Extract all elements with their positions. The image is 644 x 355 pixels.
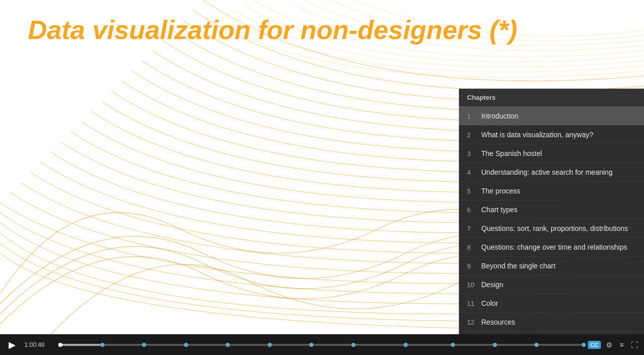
progress-dot-7[interactable] (351, 343, 355, 347)
chapter-number: 9 (467, 262, 481, 270)
chapter-item-9[interactable]: 9 Beyond the single chart (459, 257, 644, 275)
chapter-title: The process (481, 187, 520, 195)
chapter-title: Resources (481, 318, 515, 326)
chapter-title: The Spanish hostel (481, 149, 542, 157)
chapter-item-4[interactable]: 4 Understanding: active search for meani… (459, 163, 644, 182)
progress-dot-9[interactable] (451, 343, 455, 347)
chapter-item-5[interactable]: 5 The process (459, 182, 644, 201)
chapter-item-1[interactable]: 1 Introduction (459, 107, 644, 126)
progress-dot-0[interactable] (58, 343, 62, 347)
chapter-number: 6 (467, 206, 481, 214)
chapter-item-11[interactable]: 11 Color (459, 294, 644, 313)
progress-dot-8[interactable] (404, 343, 408, 347)
progress-dot-6[interactable] (309, 343, 313, 347)
play-button[interactable]: ▶ (4, 337, 20, 353)
progress-dot-3[interactable] (184, 343, 188, 347)
cc-button[interactable]: CC (588, 341, 601, 349)
chapter-number: 10 (467, 281, 481, 289)
chapter-title: Chart types (481, 206, 518, 214)
progress-dot-4[interactable] (226, 343, 230, 347)
progress-dot-10[interactable] (493, 343, 497, 347)
progress-fill (58, 344, 100, 346)
chapter-item-2[interactable]: 2 What is data visualization, anyway? (459, 126, 644, 144)
right-controls: CC ⚙ ≡ ⛶ (588, 340, 640, 350)
progress-dot-1[interactable] (100, 343, 104, 347)
chapters-list: 1 Introduction2 What is data visualizati… (459, 107, 644, 334)
chapter-title: Design (481, 281, 504, 289)
chapter-number: 12 (467, 319, 481, 326)
progress-dot-11[interactable] (534, 343, 539, 347)
chapter-item-7[interactable]: 7 Questions: sort, rank, proportions, di… (459, 219, 644, 238)
progress-bar[interactable] (58, 344, 582, 346)
chapters-panel: Chapters 1 Introduction2 What is data vi… (459, 89, 644, 334)
chapter-item-3[interactable]: 3 The Spanish hostel (459, 144, 644, 163)
video-area: Data visualization for non-designers (*)… (0, 0, 644, 334)
chapter-title: What is data visualization, anyway? (481, 131, 593, 139)
timestamp: 1:00:48 (24, 341, 52, 348)
chapter-title: Understanding: active search for meaning (481, 168, 613, 176)
chapter-title: Color (481, 299, 498, 307)
chapter-number: 11 (467, 300, 481, 307)
chapter-number: 2 (467, 131, 481, 139)
list-button[interactable]: ≡ (618, 340, 626, 350)
fullscreen-button[interactable]: ⛶ (629, 340, 640, 350)
chapter-item-6[interactable]: 6 Chart types (459, 201, 644, 219)
progress-dot-12[interactable] (582, 343, 586, 347)
chapter-item-12[interactable]: 12 Resources (459, 313, 644, 332)
controls-bar: ▶ 1:00:48 CC ⚙ ≡ ⛶ (0, 334, 644, 355)
chapter-number: 7 (467, 225, 481, 232)
play-icon: ▶ (9, 339, 16, 350)
chapters-header: Chapters (459, 89, 644, 107)
chapter-item-8[interactable]: 8 Questions: change over time and relati… (459, 238, 644, 257)
chapter-number: 5 (467, 187, 481, 195)
chapter-title: Introduction (481, 112, 518, 120)
progress-dot-2[interactable] (142, 343, 146, 347)
video-title: Data visualization for non-designers (*) (28, 15, 517, 46)
settings-button[interactable]: ⚙ (604, 340, 615, 350)
progress-dot-5[interactable] (268, 343, 272, 347)
chapter-title: Questions: change over time and relation… (481, 243, 627, 251)
chapter-number: 4 (467, 169, 481, 176)
chapter-number: 3 (467, 150, 481, 157)
chapter-item-10[interactable]: 10 Design (459, 275, 644, 294)
chapter-item-13[interactable]: 13 Conclusions (459, 332, 644, 334)
chapter-number: 8 (467, 244, 481, 251)
chapter-number: 1 (467, 112, 481, 120)
chapter-title: Beyond the single chart (481, 262, 555, 270)
chapter-title: Questions: sort, rank, proportions, dist… (481, 224, 628, 232)
